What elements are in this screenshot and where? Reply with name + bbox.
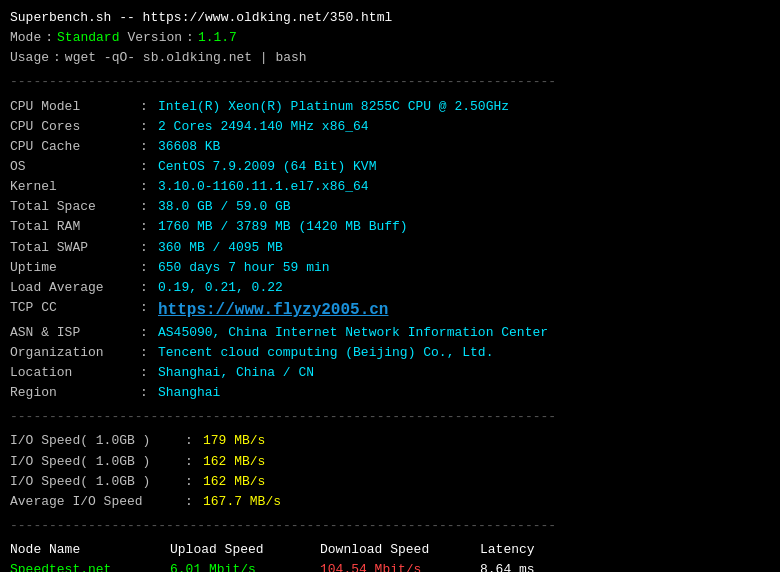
- divider-1: ----------------------------------------…: [10, 72, 770, 92]
- io-row-3: I/O Speed( 1.0GB ) : 162 MB/s: [10, 472, 770, 492]
- network-section: Node Name Upload Speed Download Speed La…: [10, 540, 770, 572]
- sys-row-cpu-cache: CPU Cache : 36608 KB: [10, 137, 770, 157]
- network-row-speedtest: Speedtest.net 6.01 Mbit/s 104.54 Mbit/s …: [10, 560, 770, 572]
- sys-row-organization: Organization : Tencent cloud computing (…: [10, 343, 770, 363]
- sys-row-tcp-cc: TCP CC : https://www.flyzy2005.cn: [10, 298, 770, 323]
- header-title: Superbench.sh -- https://www.oldking.net…: [10, 8, 770, 28]
- header-usage-row: Usage : wget -qO- sb.oldking.net | bash: [10, 48, 770, 68]
- sys-row-asn-isp: ASN & ISP : AS45090, China Internet Netw…: [10, 323, 770, 343]
- header-mode-row: Mode : Standard Version : 1.1.7: [10, 28, 770, 48]
- sys-row-total-swap: Total SWAP : 360 MB / 4095 MB: [10, 238, 770, 258]
- sys-row-location: Location : Shanghai, China / CN: [10, 363, 770, 383]
- col-header-download: Download Speed: [320, 540, 480, 560]
- network-table-header: Node Name Upload Speed Download Speed La…: [10, 540, 770, 560]
- io-row-1: I/O Speed( 1.0GB ) : 179 MB/s: [10, 431, 770, 451]
- sys-row-os: OS : CentOS 7.9.2009 (64 Bit) KVM: [10, 157, 770, 177]
- sys-row-region: Region : Shanghai: [10, 383, 770, 403]
- col-header-latency: Latency: [480, 540, 600, 560]
- system-info: CPU Model : Intel(R) Xeon(R) Platinum 82…: [10, 97, 770, 404]
- sys-row-total-ram: Total RAM : 1760 MB / 3789 MB (1420 MB B…: [10, 217, 770, 237]
- io-row-2: I/O Speed( 1.0GB ) : 162 MB/s: [10, 452, 770, 472]
- sys-row-load-avg: Load Average : 0.19, 0.21, 0.22: [10, 278, 770, 298]
- sys-row-cpu-model: CPU Model : Intel(R) Xeon(R) Platinum 82…: [10, 97, 770, 117]
- sys-row-uptime: Uptime : 650 days 7 hour 59 min: [10, 258, 770, 278]
- io-row-avg: Average I/O Speed : 167.7 MB/s: [10, 492, 770, 512]
- col-header-node: Node Name: [10, 540, 170, 560]
- sys-row-total-space: Total Space : 38.0 GB / 59.0 GB: [10, 197, 770, 217]
- col-header-upload: Upload Speed: [170, 540, 320, 560]
- io-section: I/O Speed( 1.0GB ) : 179 MB/s I/O Speed(…: [10, 431, 770, 512]
- sys-row-cpu-cores: CPU Cores : 2 Cores 2494.140 MHz x86_64: [10, 117, 770, 137]
- sys-row-kernel: Kernel : 3.10.0-1160.11.1.el7.x86_64: [10, 177, 770, 197]
- divider-2: ----------------------------------------…: [10, 407, 770, 427]
- terminal-window: Superbench.sh -- https://www.oldking.net…: [10, 8, 770, 572]
- divider-3: ----------------------------------------…: [10, 516, 770, 536]
